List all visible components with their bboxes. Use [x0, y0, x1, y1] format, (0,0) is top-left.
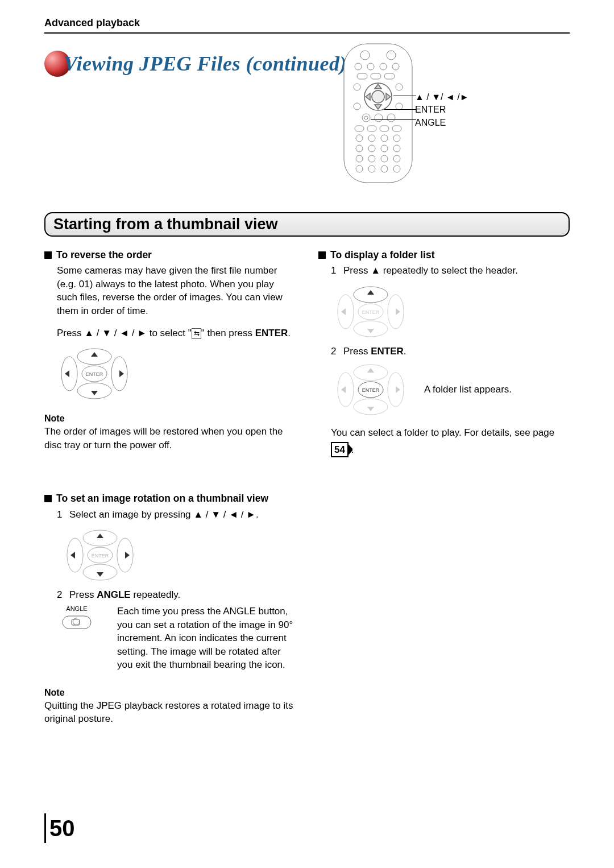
svg-marker-57	[97, 572, 103, 577]
svg-marker-80	[341, 386, 346, 393]
remote-illustration: ▲ / ▼/ ◄ /► ENTER ANGLE	[341, 43, 512, 191]
two-column-body: To reverse the order Some cameras may ha…	[44, 245, 570, 726]
section-bar-text: Starting from a thumbnail view	[53, 216, 278, 233]
page-number: 50	[44, 813, 75, 843]
folder-appears-text: A folder list appears.	[424, 383, 512, 396]
right-column: To display a folder list 1 Press ▲ repea…	[318, 245, 570, 726]
folder-step1: 1 Press ▲ repeatedly to select the heade…	[331, 264, 570, 277]
svg-text:ENTER: ENTER	[362, 387, 380, 393]
angle-row: ANGLE Each time you press the ANGLE butt…	[57, 605, 296, 671]
svg-marker-78	[367, 368, 374, 373]
square-bullet-icon	[44, 251, 52, 259]
page-title: Viewing JPEG Files (continued)	[64, 52, 347, 76]
reverse-body: Some cameras may have given the first fi…	[44, 264, 296, 340]
svg-marker-70	[341, 308, 346, 315]
folder-heading: To display a folder list	[318, 248, 570, 262]
svg-marker-47	[91, 391, 98, 395]
leader-line	[384, 109, 416, 110]
section-bar: Starting from a thumbnail view	[44, 212, 570, 237]
dpad-icon: ENTER	[60, 527, 140, 584]
page-ref-icon: 54	[331, 442, 349, 457]
folder-page-ref-line: 54 .	[331, 442, 570, 457]
rotation-body: 1 Select an image by pressing ▲ / ▼ / ◄ …	[44, 508, 296, 672]
reverse-p2: Press ▲ / ▼ / ◄ / ► to select "⇆" then p…	[57, 326, 296, 340]
folder-body: 1 Press ▲ repeatedly to select the heade…	[318, 264, 570, 457]
leader-line	[371, 119, 416, 120]
svg-marker-68	[367, 290, 374, 295]
page-number-value: 50	[49, 816, 75, 841]
section-header: Advanced playback	[44, 17, 570, 34]
svg-marker-58	[70, 552, 75, 559]
angle-label: ANGLE	[415, 117, 468, 129]
note-text: Quitting the JPEG playback restores a ro…	[44, 699, 296, 726]
note-label: Note	[44, 412, 296, 425]
svg-marker-71	[396, 308, 400, 315]
arrows-label: ▲ / ▼/ ◄ /►	[415, 91, 468, 104]
folder-heading-text: To display a folder list	[330, 248, 434, 262]
angle-description: Each time you press the ANGLE button, yo…	[117, 605, 296, 671]
page-title-block: Viewing JPEG Files (continued)	[44, 51, 347, 77]
note-text: The order of images will be restored whe…	[44, 425, 296, 452]
folder-enter-row: ENTER A folder list appears.	[331, 361, 570, 418]
folder-final: You can select a folder to play. For det…	[331, 426, 570, 439]
svg-marker-49	[119, 370, 124, 377]
dpad-enter-icon: ENTER	[331, 361, 410, 418]
svg-marker-56	[97, 534, 103, 538]
swap-icon: ⇆	[192, 328, 201, 339]
remote-svg	[341, 43, 415, 184]
remote-labels: ▲ / ▼/ ◄ /► ENTER ANGLE	[415, 91, 468, 129]
rotation-step1: 1 Select an image by pressing ▲ / ▼ / ◄ …	[57, 508, 296, 521]
leader-line	[393, 96, 416, 96]
svg-text:ENTER: ENTER	[92, 553, 109, 559]
svg-rect-0	[344, 44, 412, 183]
reverse-heading: To reverse the order	[44, 248, 296, 262]
svg-marker-46	[91, 352, 98, 357]
reverse-heading-text: To reverse the order	[56, 248, 152, 262]
angle-button-icon: ANGLE	[57, 605, 97, 630]
square-bullet-icon	[318, 251, 326, 259]
svg-point-15	[372, 90, 384, 103]
rotation-heading: To set an image rotation on a thumbnail …	[44, 491, 296, 505]
svg-marker-59	[125, 552, 130, 559]
dpad-up-icon: ENTER	[331, 283, 410, 340]
note-label: Note	[44, 687, 296, 699]
manual-page: Advanced playback Viewing JPEG Files (co…	[0, 0, 614, 868]
left-column: To reverse the order Some cameras may ha…	[44, 245, 296, 726]
folder-step2: 2 Press ENTER.	[331, 345, 570, 358]
square-bullet-icon	[44, 495, 52, 502]
reverse-p1: Some cameras may have given the first fi…	[57, 264, 296, 317]
rotation-heading-text: To set an image rotation on a thumbnail …	[56, 491, 268, 505]
page-number-bar	[44, 813, 46, 843]
svg-marker-79	[367, 407, 374, 411]
enter-label: ENTER	[415, 104, 468, 116]
svg-text:ENTER: ENTER	[86, 371, 103, 377]
svg-marker-48	[65, 370, 69, 377]
svg-marker-69	[367, 329, 374, 333]
rotation-step2: 2 Press ANGLE repeatedly.	[57, 588, 296, 601]
dpad-icon: ENTER	[55, 345, 134, 402]
svg-marker-81	[396, 386, 400, 393]
svg-text:ENTER: ENTER	[362, 309, 380, 315]
